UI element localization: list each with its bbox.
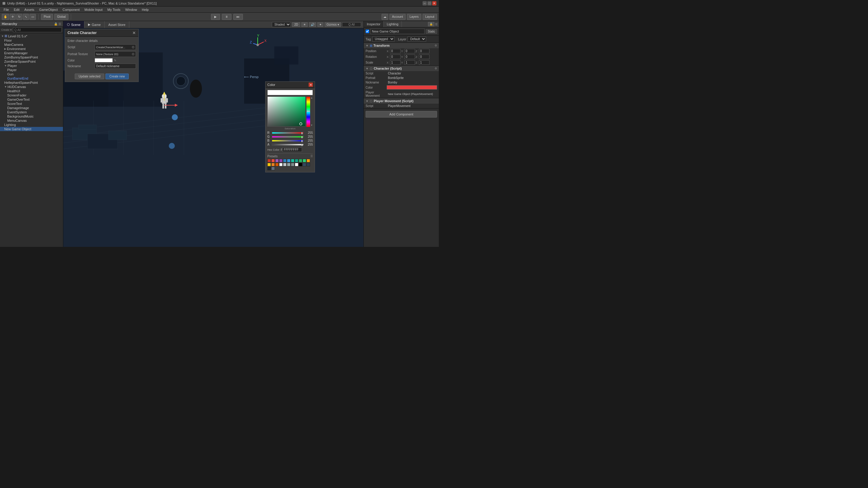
hier-floor[interactable]: Floor <box>0 38 63 42</box>
menu-mobile-input[interactable]: Mobile Input <box>82 7 105 12</box>
preset-lightgray[interactable] <box>279 163 283 166</box>
update-selected-button[interactable]: Update selected <box>75 73 104 79</box>
scale-z-input[interactable] <box>419 60 430 65</box>
char-portrait-value[interactable]: None (Texture 2D) ⊙ <box>95 51 136 57</box>
layers-button[interactable]: Layers <box>407 14 421 20</box>
scale-x-input[interactable] <box>390 60 401 65</box>
shading-select[interactable]: Shaded <box>272 22 291 27</box>
char-script-value[interactable]: CreateCharacterWizar... ⊙ <box>95 44 136 50</box>
hier-zombunny[interactable]: ZomBunnySpawnPoint <box>0 55 63 59</box>
pos-x-input[interactable] <box>390 49 401 53</box>
g-slider[interactable] <box>272 136 304 138</box>
hier-gameovertext[interactable]: GameOverText <box>0 97 63 101</box>
hier-menucanvas[interactable]: MenuCanvas <box>0 118 63 123</box>
preset-green[interactable] <box>299 159 302 162</box>
menu-edit[interactable]: Edit <box>11 7 22 12</box>
static-button[interactable]: Static <box>426 29 437 34</box>
object-name-input[interactable] <box>370 29 425 34</box>
cs-settings[interactable]: ⚙ <box>435 67 437 70</box>
play-button[interactable]: ▶ <box>211 14 220 20</box>
minimize-button[interactable]: ─ <box>423 1 427 5</box>
scale-y-input[interactable] <box>404 60 415 65</box>
preset-darkgray[interactable] <box>291 163 294 166</box>
preset-white[interactable] <box>295 163 299 166</box>
preset-purple2[interactable] <box>279 159 283 162</box>
tab-lighting[interactable]: Lighting <box>384 21 402 27</box>
preset-verydark[interactable] <box>267 167 271 170</box>
2d-button[interactable]: 2D <box>292 22 300 27</box>
inspector-lock-btn[interactable]: 🔒 <box>428 22 434 26</box>
hier-environment[interactable]: ▶ Environment <box>0 47 63 51</box>
step-button[interactable]: ⏭ <box>233 14 243 20</box>
hier-maincamera[interactable]: MainCamera <box>0 42 63 47</box>
viewport[interactable]: X Y Z ⟵ Persp Create Character ✕ E <box>63 28 364 247</box>
hier-damageimage[interactable]: DamageImage <box>0 106 63 110</box>
hier-hudcanvas[interactable]: ▼ HUDCanvas <box>0 85 63 89</box>
rot-z-input[interactable] <box>419 55 430 59</box>
transform-settings[interactable]: ⚙ <box>435 44 437 47</box>
gizmos-dropdown[interactable]: Gizmos ▾ <box>324 22 341 27</box>
preset-orange[interactable] <box>307 159 310 162</box>
menu-component[interactable]: Component <box>60 7 82 12</box>
hierarchy-search[interactable] <box>13 27 62 32</box>
add-component-button[interactable]: Add Component <box>366 111 437 118</box>
hue-bar[interactable] <box>306 96 310 127</box>
rot-x-input[interactable] <box>390 55 401 59</box>
scale-tool[interactable]: ⤡ <box>23 14 29 20</box>
tab-scene[interactable]: ⬡ Scene <box>63 21 84 28</box>
pivot-button[interactable]: Pivot <box>41 14 53 20</box>
char-nickname-input[interactable] <box>95 64 136 69</box>
hier-gunbarrel[interactable]: GunBarrelEnd <box>0 76 63 81</box>
create-dropdown[interactable]: Create ▾ <box>1 28 12 31</box>
preset-blue[interactable] <box>283 159 287 162</box>
color-gradient-canvas[interactable] <box>267 96 306 127</box>
hier-enemymanager[interactable]: EnemyManager <box>0 51 63 55</box>
char-color-picker-icon[interactable]: ✎ <box>114 59 116 62</box>
preset-midgray[interactable] <box>287 163 290 166</box>
rect-tool[interactable]: ▭ <box>30 14 36 20</box>
close-button[interactable]: ✕ <box>432 1 436 5</box>
maximize-button[interactable]: □ <box>427 1 432 5</box>
preset-darknavy[interactable] <box>307 163 310 166</box>
hier-zombear[interactable]: ZomBearSpawnPoint <box>0 59 63 64</box>
rotate-tool[interactable]: ↻ <box>16 14 22 20</box>
transform-header[interactable]: ▼ ⊞ Transform ⚙ <box>364 43 439 48</box>
menu-my-tools[interactable]: My Tools <box>105 7 123 12</box>
lighting-toggle[interactable]: ☀ <box>301 22 308 27</box>
menu-help[interactable]: Help <box>140 7 151 12</box>
a-slider[interactable] <box>272 144 304 146</box>
hex-value-input[interactable] <box>282 147 302 152</box>
preset-darkorange[interactable] <box>275 163 279 166</box>
preset-steel[interactable] <box>271 167 275 170</box>
create-new-button[interactable]: Create new <box>105 73 129 79</box>
preset-teal[interactable] <box>291 159 294 162</box>
r-slider[interactable] <box>272 132 304 134</box>
menu-file[interactable]: File <box>1 7 11 12</box>
hier-eventsystem[interactable]: EventSystem <box>0 110 63 114</box>
layout-button[interactable]: Layout <box>423 14 437 20</box>
pos-z-input[interactable] <box>419 49 430 53</box>
hier-hellephant[interactable]: HellephantSpawnPoint <box>0 81 63 85</box>
fx-toggle[interactable]: ✦ <box>317 22 323 27</box>
hier-screenfader[interactable]: ScreenFader <box>0 93 63 97</box>
hier-new-game-object[interactable]: New Game Object <box>0 127 63 131</box>
move-tool[interactable]: ✛ <box>10 14 16 20</box>
char-color-swatch[interactable] <box>95 58 113 62</box>
color-picker-close-button[interactable]: ✕ <box>309 83 313 87</box>
account-button[interactable]: Account <box>390 14 406 20</box>
pos-y-input[interactable] <box>404 49 415 53</box>
rot-y-input[interactable] <box>404 55 415 59</box>
scene-search[interactable]: Q All <box>342 22 361 27</box>
preset-red[interactable] <box>267 159 271 162</box>
tab-inspector[interactable]: Inspector <box>364 21 384 27</box>
object-enabled-checkbox[interactable] <box>366 30 369 33</box>
cs-color-swatch[interactable] <box>387 85 437 90</box>
preset-navy[interactable] <box>303 163 306 166</box>
tag-select[interactable]: Untagged <box>372 36 395 41</box>
preset-orange2[interactable] <box>271 163 275 166</box>
audio-toggle[interactable]: 🔊 <box>309 22 316 27</box>
menu-assets[interactable]: Assets <box>22 7 37 12</box>
preset-red2[interactable] <box>271 159 275 162</box>
hierarchy-lock-btn[interactable]: 🔒 <box>54 22 58 26</box>
global-button[interactable]: Global <box>54 14 68 20</box>
